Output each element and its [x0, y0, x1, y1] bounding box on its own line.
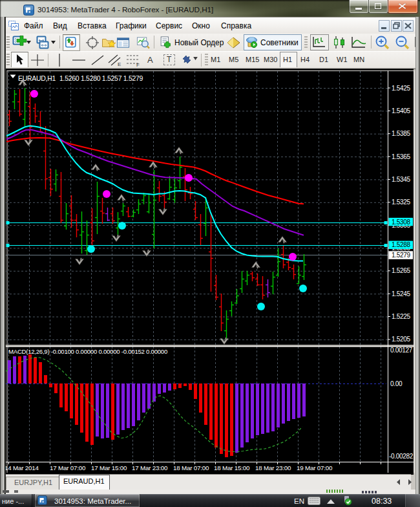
- svg-text:-0.00282: -0.00282: [389, 453, 414, 460]
- svg-text:1.5245: 1.5245: [392, 290, 411, 297]
- svg-text:1.5385: 1.5385: [392, 130, 411, 137]
- svg-text:0.00: 0.00: [390, 380, 403, 387]
- svg-text:1.5425: 1.5425: [392, 85, 411, 92]
- svg-text:EURAUD,H1: EURAUD,H1: [18, 74, 56, 82]
- svg-text:1.5345: 1.5345: [392, 176, 411, 183]
- svg-text:1.5265: 1.5265: [392, 267, 411, 274]
- svg-text:19 Mar 07:00: 19 Mar 07:00: [297, 464, 333, 471]
- svg-text:1.5225: 1.5225: [392, 313, 411, 320]
- svg-text:1.5205: 1.5205: [392, 336, 411, 343]
- svg-text:14 Mar 2014: 14 Mar 2014: [5, 464, 39, 471]
- svg-text:0.00127: 0.00127: [390, 347, 413, 354]
- svg-text:1.5365: 1.5365: [392, 153, 411, 160]
- svg-text:17 Mar 15:00: 17 Mar 15:00: [91, 464, 127, 471]
- svg-text:17 Mar 23:00: 17 Mar 23:00: [132, 464, 168, 471]
- svg-text:1.5288: 1.5288: [392, 241, 411, 248]
- svg-text:1.5308: 1.5308: [392, 219, 411, 226]
- svg-text:MACD(12,26,9) -0.00100 0.00000: MACD(12,26,9) -0.00100 0.00000 0.00000 -…: [8, 348, 167, 355]
- svg-text:1.5405: 1.5405: [392, 107, 411, 114]
- svg-text:18 Mar 23:00: 18 Mar 23:00: [255, 464, 291, 471]
- svg-text:1.5260 1.5280 1.5257 1.5279: 1.5260 1.5280 1.5257 1.5279: [59, 74, 143, 82]
- svg-text:18 Mar 07:00: 18 Mar 07:00: [173, 464, 209, 471]
- svg-text:1.5279: 1.5279: [392, 252, 411, 259]
- svg-text:17 Mar 07:00: 17 Mar 07:00: [50, 464, 86, 471]
- svg-text:1.5325: 1.5325: [392, 199, 411, 206]
- svg-text:18 Mar 15:00: 18 Mar 15:00: [214, 464, 250, 471]
